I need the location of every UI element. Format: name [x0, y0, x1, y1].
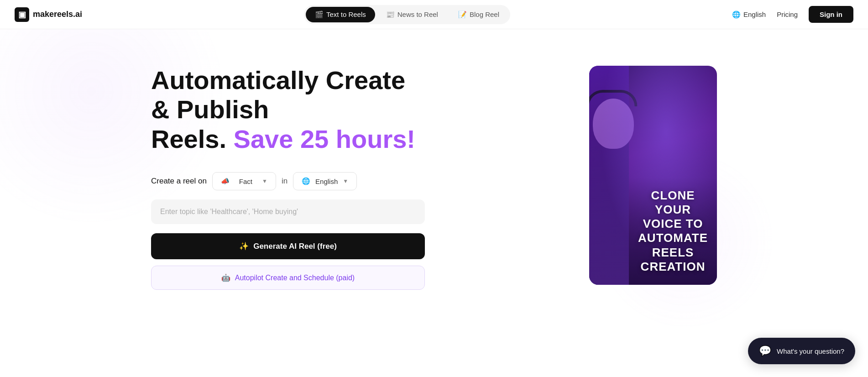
generate-button[interactable]: ✨ Generate AI Reel (free): [151, 233, 425, 259]
create-row: Create a reel on 📣 Fact ▼ in 🌐 English ▼: [151, 172, 425, 190]
navbar: ▣ makereels.ai 🎬 Text to Reels 📰 News to…: [0, 0, 868, 29]
chat-icon: 💬: [759, 345, 771, 357]
generate-icon: ✨: [239, 241, 249, 251]
fact-label: Fact: [239, 178, 252, 185]
signin-button[interactable]: Sign in: [809, 6, 853, 23]
autopilot-icon: 🤖: [221, 273, 230, 282]
generate-label: Generate AI Reel (free): [253, 242, 337, 251]
hero-left: Automatically Create & Publish Reels. Sa…: [151, 66, 425, 290]
autopilot-label: Autopilot Create and Schedule (paid): [235, 274, 355, 282]
hero-right: CLONE YOUR VOICE TO AUTOMATE REELS CREAT…: [589, 66, 717, 285]
lang-dropdown-icon: 🌐: [302, 177, 310, 185]
autopilot-button[interactable]: 🤖 Autopilot Create and Schedule (paid): [151, 266, 425, 290]
language-selector-dropdown[interactable]: 🌐 English ▼: [293, 172, 357, 190]
tab-text-to-reels-icon: 🎬: [315, 10, 324, 19]
language-label: English: [743, 10, 766, 18]
logo-text: makereels.ai: [33, 10, 82, 19]
language-icon: 🌐: [732, 10, 741, 19]
language-selector[interactable]: 🌐 English: [732, 10, 766, 19]
video-clone-text: CLONE YOUR VOICE TO AUTOMATE REELS CREAT…: [638, 188, 708, 274]
video-text-overlay: CLONE YOUR VOICE TO AUTOMATE REELS CREAT…: [629, 178, 717, 285]
lang-dropdown-label: English: [315, 178, 338, 185]
tab-news-to-reel-label: News to Reel: [397, 10, 438, 18]
nav-tabs: 🎬 Text to Reels 📰 News to Reel 📝 Blog Re…: [304, 5, 510, 24]
logo[interactable]: ▣ makereels.ai: [15, 7, 82, 22]
lang-chevron-icon: ▼: [343, 178, 348, 184]
video-card: CLONE YOUR VOICE TO AUTOMATE REELS CREAT…: [589, 66, 717, 285]
topic-input[interactable]: [151, 199, 425, 224]
tab-news-to-reel[interactable]: 📰 News to Reel: [377, 7, 447, 22]
tab-text-to-reels-label: Text to Reels: [326, 10, 366, 18]
in-label: in: [282, 177, 288, 186]
hero-title-part1: Automatically Create & Publish: [151, 66, 405, 124]
hero-title: Automatically Create & Publish Reels. Sa…: [151, 66, 425, 154]
chat-label: What's your question?: [777, 347, 844, 355]
video-text-line3: AUTOMATE: [638, 231, 708, 245]
pricing-link[interactable]: Pricing: [777, 10, 798, 18]
main-content: Automatically Create & Publish Reels. Sa…: [115, 29, 753, 317]
video-text-line5: CREATION: [638, 260, 708, 274]
hero-title-accent: Save 25 hours!: [234, 125, 415, 153]
tab-blog-reel[interactable]: 📝 Blog Reel: [449, 7, 508, 22]
logo-icon: ▣: [15, 7, 29, 22]
video-text-line4: REELS: [638, 246, 708, 260]
fact-selector[interactable]: 📣 Fact ▼: [212, 172, 276, 190]
create-label: Create a reel on: [151, 177, 207, 186]
tab-text-to-reels[interactable]: 🎬 Text to Reels: [306, 7, 375, 22]
nav-right: 🌐 English Pricing Sign in: [732, 6, 853, 23]
video-text-line2: VOICE TO: [638, 217, 708, 231]
fact-icon: 📣: [221, 177, 230, 185]
chat-widget[interactable]: 💬 What's your question?: [748, 338, 855, 364]
hero-title-part2: Reels.: [151, 125, 234, 153]
fact-chevron-icon: ▼: [262, 178, 267, 184]
video-text-line1: CLONE YOUR: [638, 188, 708, 217]
tab-blog-reel-icon: 📝: [458, 10, 467, 19]
tab-news-to-reel-icon: 📰: [386, 10, 395, 19]
tab-blog-reel-label: Blog Reel: [470, 10, 499, 18]
